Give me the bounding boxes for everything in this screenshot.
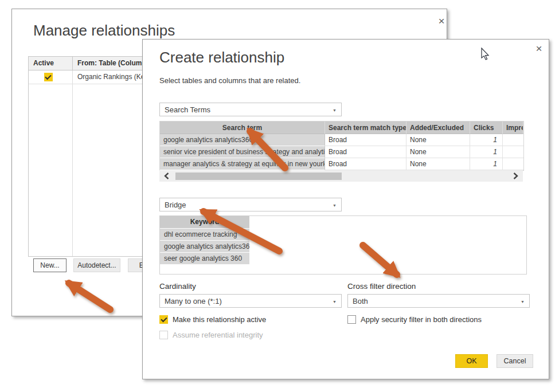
autodetect-button[interactable]: Autodetect... <box>73 258 120 272</box>
grid-cell[interactable]: None <box>406 146 470 158</box>
grid-cell[interactable] <box>503 134 523 146</box>
cross-filter-direction-label: Cross filter direction <box>347 282 416 291</box>
close-icon[interactable]: × <box>434 14 449 29</box>
top-table-select-value: Search Terms <box>165 105 210 114</box>
grid-cell[interactable]: Broad <box>325 158 406 170</box>
grid-cell[interactable]: senior vice president of business strate… <box>160 146 325 158</box>
chevron-right-icon[interactable] <box>512 173 519 179</box>
grid-cell[interactable]: Broad <box>325 134 406 146</box>
keyword-column: Keyword dhl ecommerce tracking google an… <box>160 216 249 265</box>
chevron-down-icon: ▼ <box>333 300 337 304</box>
grid-header-row: Search term Search term match type Added… <box>160 121 523 134</box>
grid-cell[interactable]: 1 <box>470 146 503 158</box>
chevron-left-icon[interactable] <box>163 173 170 179</box>
assume-referential-integrity-checkbox <box>159 331 168 339</box>
create-dialog-subtitle: Select tables and columns that are relat… <box>159 76 300 85</box>
apply-security-filter-option: Apply security filter in both directions <box>347 315 482 324</box>
grid-cell[interactable]: manager analytics & strategy at equinox … <box>160 158 325 170</box>
chevron-down-icon: ▼ <box>333 203 337 207</box>
checkbox-label: Make this relationship active <box>173 315 266 324</box>
grid-cell[interactable]: None <box>406 134 470 146</box>
checkbox-label: Assume referential integrity <box>173 331 263 339</box>
grid-header-match-type[interactable]: Search term match type <box>325 121 406 134</box>
bridge-grid: Keyword dhl ecommerce tracking google an… <box>159 215 527 275</box>
search-terms-grid: Search term Search term match type Added… <box>159 121 524 171</box>
top-table-select[interactable]: Search Terms ▼ <box>159 103 342 116</box>
active-cell <box>29 70 73 84</box>
checkbox-label: Apply security filter in both directions <box>361 315 482 324</box>
check-icon <box>161 315 167 322</box>
horizontal-scrollbar[interactable] <box>159 170 523 182</box>
create-dialog-title: Create relationship <box>159 49 284 66</box>
grid-cell[interactable]: None <box>406 158 470 170</box>
assume-referential-integrity-option: Assume referential integrity <box>159 331 263 339</box>
grid-header-added-excluded[interactable]: Added/Excluded <box>406 121 470 134</box>
chevron-down-icon: ▼ <box>333 108 337 112</box>
grid-cell[interactable] <box>503 158 523 170</box>
create-relationship-dialog: Create relationship × Select tables and … <box>142 39 549 379</box>
grid-cell[interactable]: google analytics analytics360 <box>160 241 249 253</box>
cardinality-select-value: Many to one (*:1) <box>165 297 222 305</box>
cross-filter-direction-select-value: Both <box>353 297 368 305</box>
apply-security-filter-checkbox[interactable] <box>347 315 356 324</box>
cancel-button[interactable]: Cancel <box>497 354 533 368</box>
grid-row: manager analytics & strategy at equinox … <box>160 158 523 170</box>
bottom-table-select[interactable]: Bridge ▼ <box>159 198 342 211</box>
grid-cell[interactable]: dhl ecommerce tracking <box>160 229 249 241</box>
column-divider <box>72 84 73 256</box>
cross-filter-direction-select[interactable]: Both ▼ <box>347 294 530 308</box>
power-bi-relationship-dialogs: Manage relationships × Active From: Tabl… <box>0 0 559 392</box>
cardinality-select[interactable]: Many to one (*:1) ▼ <box>159 294 342 308</box>
grid-cell[interactable]: 1 <box>470 134 503 146</box>
grid-cell[interactable]: 1 <box>470 158 503 170</box>
chevron-down-icon: ▼ <box>521 300 525 304</box>
manage-dialog-title: Manage relationships <box>33 22 175 40</box>
active-checkbox[interactable] <box>44 73 53 81</box>
new-button[interactable]: New... <box>33 258 67 272</box>
ok-button[interactable]: OK <box>455 354 488 368</box>
check-icon <box>45 73 51 79</box>
grid-cell[interactable]: google analytics analytics360 <box>160 134 325 146</box>
scrollbar-thumb[interactable] <box>175 173 342 180</box>
bottom-table-select-value: Bridge <box>165 201 186 209</box>
make-relationship-active-checkbox[interactable] <box>159 315 168 324</box>
grid-cell[interactable]: Broad <box>325 146 406 158</box>
cardinality-label: Cardinality <box>159 282 196 291</box>
grid-cell[interactable] <box>503 146 523 158</box>
grid-header-search-term[interactable]: Search term <box>160 121 325 134</box>
make-relationship-active-option: Make this relationship active <box>159 315 266 324</box>
grid-row: google analytics analytics360 Broad None… <box>160 134 523 146</box>
close-icon[interactable]: × <box>531 41 546 56</box>
column-header-active[interactable]: Active <box>29 57 73 70</box>
grid-header-impressions[interactable]: Impressions <box>503 121 523 134</box>
grid-header-keyword[interactable]: Keyword <box>160 216 249 229</box>
grid-header-clicks[interactable]: Clicks <box>470 121 503 134</box>
grid-cell[interactable]: seer google analytics 360 <box>160 253 249 265</box>
grid-row: senior vice president of business strate… <box>160 146 523 158</box>
